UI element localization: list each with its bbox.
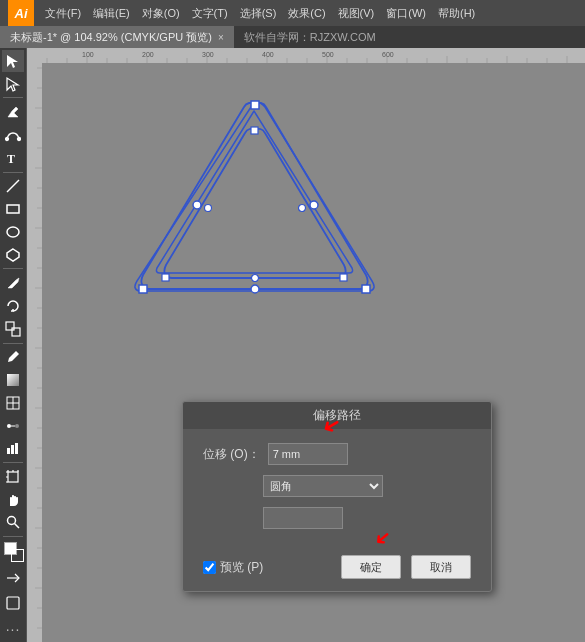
active-tab[interactable]: 未标题-1* @ 104.92% (CMYK/GPU 预览) × [0, 26, 234, 48]
svg-text:600: 600 [382, 51, 394, 58]
tool-eyedropper[interactable] [2, 347, 24, 369]
toolbar-separator-6 [3, 536, 23, 537]
tool-rotate[interactable] [2, 295, 24, 317]
svg-text:500: 500 [322, 51, 334, 58]
svg-rect-21 [8, 472, 18, 482]
tool-direct-select[interactable] [2, 73, 24, 95]
tab-close-button[interactable]: × [218, 32, 224, 43]
menu-object[interactable]: 对象(O) [137, 4, 185, 23]
menu-help[interactable]: 帮助(H) [433, 4, 480, 23]
ruler-horizontal: 100 200 300 400 500 600 [27, 48, 585, 63]
tool-rect[interactable] [2, 198, 24, 220]
tool-selection[interactable] [2, 50, 24, 72]
preview-section: 预览 (P) [203, 559, 263, 576]
menu-text[interactable]: 文字(T) [187, 4, 233, 23]
svg-rect-11 [7, 374, 19, 386]
left-toolbar: T [0, 48, 27, 642]
preview-label: 预览 (P) [220, 559, 263, 576]
anchor-top [251, 101, 259, 109]
miter-row [263, 507, 471, 529]
menu-file[interactable]: 文件(F) [40, 4, 86, 23]
svg-line-29 [15, 524, 20, 529]
offset-input[interactable] [268, 443, 348, 465]
tool-curvature[interactable] [2, 124, 24, 146]
svg-text:T: T [7, 152, 15, 166]
tool-draw-mode[interactable] [2, 592, 24, 614]
tool-type[interactable]: T [2, 147, 24, 169]
svg-point-28 [8, 517, 16, 525]
menu-view[interactable]: 视图(V) [333, 4, 380, 23]
svg-rect-19 [11, 445, 14, 454]
canvas-content: 偏移路径 位移 (O)： ➜ 斜接 圆角 斜切 [42, 63, 585, 642]
svg-point-3 [18, 138, 21, 141]
svg-point-2 [6, 138, 9, 141]
svg-rect-6 [7, 205, 19, 213]
inner-anchor-ml [205, 205, 212, 212]
menu-effect[interactable]: 效果(C) [283, 4, 330, 23]
ok-button[interactable]: 确定 [341, 555, 401, 579]
tool-artboard[interactable] [2, 466, 24, 488]
triangle-svg [122, 93, 387, 308]
tool-hand[interactable] [2, 489, 24, 511]
tool-zoom[interactable] [2, 512, 24, 534]
tab-secondary-label: 软件自学网：RJZXW.COM [234, 30, 386, 45]
svg-rect-32 [27, 48, 585, 63]
svg-point-15 [7, 424, 11, 428]
toolbar-separator-1 [3, 97, 23, 98]
svg-rect-10 [12, 328, 20, 336]
svg-text:400: 400 [262, 51, 274, 58]
tool-fill-stroke[interactable] [2, 540, 24, 568]
svg-point-7 [7, 227, 19, 237]
svg-rect-20 [15, 443, 18, 454]
join-row: 斜接 圆角 斜切 [263, 475, 471, 497]
menu-window[interactable]: 窗口(W) [381, 4, 431, 23]
svg-point-16 [15, 424, 19, 428]
tool-chart[interactable] [2, 437, 24, 459]
tool-mesh[interactable] [2, 392, 24, 414]
canvas-area: 100 200 300 400 500 600 [27, 48, 585, 642]
anchor-mid-right [310, 201, 318, 209]
tool-ellipse[interactable] [2, 221, 24, 243]
triangle-container [122, 93, 382, 303]
offset-label: 位移 (O)： [203, 446, 260, 463]
menu-select[interactable]: 选择(S) [235, 4, 282, 23]
inner-anchor-mb [252, 275, 259, 282]
preview-checkbox[interactable] [203, 561, 216, 574]
tool-gradient[interactable] [2, 369, 24, 391]
dialog-body: 位移 (O)： ➜ 斜接 圆角 斜切 [183, 429, 491, 549]
toolbar-separator-4 [3, 343, 23, 344]
ai-logo-icon: Ai [8, 0, 34, 26]
tool-swap[interactable] [2, 569, 24, 591]
tab-bar: 未标题-1* @ 104.92% (CMYK/GPU 预览) × 软件自学网：R… [0, 26, 585, 48]
tool-polygon[interactable] [2, 244, 24, 266]
tool-blend[interactable] [2, 415, 24, 437]
svg-marker-8 [7, 249, 19, 261]
tool-line[interactable] [2, 176, 24, 198]
menu-bar: 文件(F) 编辑(E) 对象(O) 文字(T) 选择(S) 效果(C) 视图(V… [40, 4, 577, 23]
tool-more[interactable]: ··· [2, 618, 24, 640]
inner-anchor-bl [162, 274, 169, 281]
menu-edit[interactable]: 编辑(E) [88, 4, 135, 23]
svg-rect-9 [6, 322, 14, 330]
svg-text:100: 100 [82, 51, 94, 58]
inner-anchor-br [340, 274, 347, 281]
svg-rect-18 [7, 448, 10, 454]
title-bar: Ai 文件(F) 编辑(E) 对象(O) 文字(T) 选择(S) 效果(C) 视… [0, 0, 585, 26]
toolbar-separator-5 [3, 462, 23, 463]
svg-marker-1 [7, 78, 18, 91]
anchor-mid-bottom [251, 285, 259, 293]
anchor-bottom-left [139, 285, 147, 293]
toolbar-separator-2 [3, 172, 23, 173]
tool-scale[interactable] [2, 318, 24, 340]
svg-rect-66 [27, 48, 42, 642]
tool-pencil[interactable] [2, 272, 24, 294]
cancel-button[interactable]: 取消 [411, 555, 471, 579]
ok-section: ➜ 确定 [341, 555, 401, 579]
svg-marker-0 [7, 55, 18, 68]
inner-anchor-top [251, 127, 258, 134]
svg-line-5 [7, 180, 19, 192]
join-select[interactable]: 斜接 圆角 斜切 [263, 475, 383, 497]
tool-pen[interactable] [2, 101, 24, 123]
miter-input[interactable] [263, 507, 343, 529]
toolbar-separator-3 [3, 268, 23, 269]
